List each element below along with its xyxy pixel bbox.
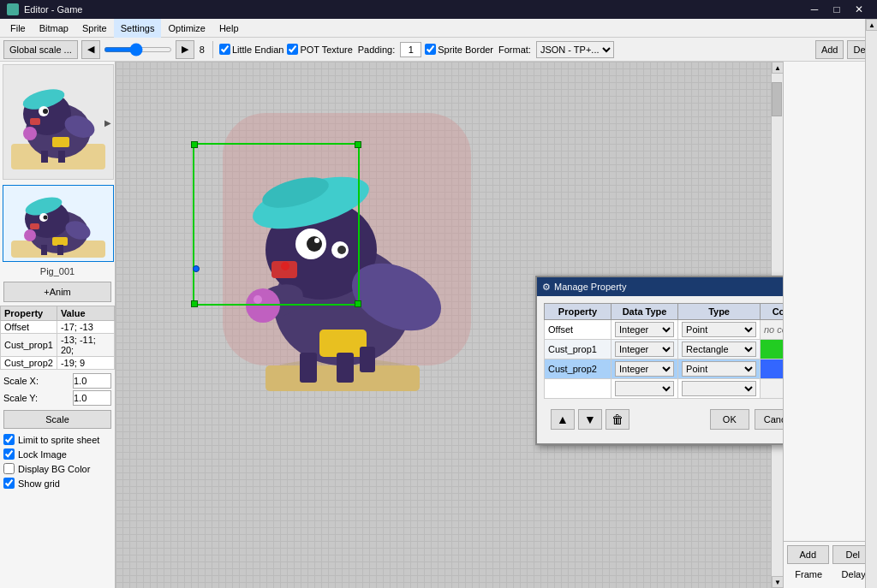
sprite-preview-bottom[interactable]	[3, 185, 114, 262]
dialog-row-empty[interactable]	[545, 379, 784, 399]
maximize-button[interactable]: □	[826, 0, 848, 19]
padding-label: Padding:	[356, 45, 397, 55]
limit-sprite-sheet-check[interactable]: Limit to sprite sheet	[0, 432, 115, 447]
show-grid-checkbox[interactable]	[3, 478, 15, 489]
canvas-area[interactable]: ▲ ▼ ⚙ Manage Property ✕	[116, 62, 783, 588]
menu-sprite[interactable]: Sprite	[75, 19, 114, 38]
dialog-dtype-cust1-select[interactable]: Integer	[615, 342, 674, 357]
frame-label: Frame	[795, 569, 822, 579]
sprite-preview-top[interactable]: ▶	[3, 64, 114, 180]
dialog-type-offset-select[interactable]: Point	[682, 322, 756, 337]
dialog-type-offset[interactable]: Point	[678, 320, 761, 340]
dialog-dtype-empty[interactable]	[611, 379, 677, 399]
app-title: Editor - Game	[24, 4, 82, 15]
dialog-type-cust1-select[interactable]: Rectangle	[682, 342, 756, 357]
sprite-name: Pig_001	[0, 264, 115, 278]
dialog-ok-button[interactable]: OK	[710, 409, 749, 430]
prop-row-cust2[interactable]: Cust_prop2 -19; 9	[1, 357, 115, 370]
close-button[interactable]: ✕	[848, 0, 870, 19]
right-add-button[interactable]: Add	[787, 545, 829, 564]
scale-button[interactable]: Scale	[3, 410, 111, 429]
anim-button[interactable]: +Anim	[3, 282, 111, 302]
menu-optimize[interactable]: Optimize	[161, 19, 212, 38]
little-endian-checkbox[interactable]	[219, 44, 230, 55]
preview-arrow-top: ▶	[104, 117, 111, 127]
dialog-row-cust2[interactable]: Cust_prop2 Integer Point	[545, 359, 784, 379]
dialog-color-offset[interactable]: no color	[761, 320, 784, 340]
dialog-dtype-offset-select[interactable]: Integer	[615, 322, 674, 337]
dialog-dtype-offset[interactable]: Integer	[611, 320, 677, 340]
prop-row-offset[interactable]: Offset -17; -13	[1, 321, 115, 334]
dialog-type-cust2[interactable]: Point	[678, 359, 761, 379]
right-panel-bottom-area	[784, 581, 877, 588]
dialog-table-header: Property Data Type Type Color	[545, 304, 784, 320]
menu-bitmap[interactable]: Bitmap	[33, 19, 75, 38]
little-endian-check[interactable]: Little Endian	[219, 44, 284, 55]
pot-texture-check[interactable]: POT Texture	[287, 44, 352, 55]
pot-texture-checkbox[interactable]	[287, 44, 298, 55]
toolbar-forward-arrow[interactable]: ▶	[176, 40, 194, 59]
dialog-delete-button[interactable]: 🗑	[606, 409, 629, 430]
limit-sprite-sheet-checkbox[interactable]	[3, 434, 15, 445]
format-select[interactable]: JSON - TP+...	[536, 41, 614, 58]
svg-rect-6	[30, 118, 40, 125]
zoom-value: 8	[198, 45, 206, 55]
svg-point-5	[43, 109, 48, 114]
dialog-down-button[interactable]: ▼	[578, 409, 602, 430]
zoom-slider[interactable]	[104, 47, 172, 52]
dialog-row-offset[interactable]: Offset Integer Point	[545, 320, 784, 340]
display-bg-label: Display BG Color	[18, 464, 90, 474]
dialog-dtype-empty-select[interactable]	[615, 381, 674, 396]
scale-y-input[interactable]: 1.0	[73, 390, 111, 406]
dialog-dtype-cust1[interactable]: Integer	[611, 340, 677, 359]
toolbar-back-arrow[interactable]: ◀	[81, 40, 100, 59]
dialog-row-cust1[interactable]: Cust_prop1 Integer Rectangle	[545, 340, 784, 359]
right-panel-top-area	[784, 62, 877, 542]
global-scale-button[interactable]: Global scale ...	[3, 40, 78, 59]
lock-image-checkbox[interactable]	[3, 448, 15, 460]
toolbar-add-button[interactable]: Add	[815, 40, 844, 59]
dialog-color-empty[interactable]	[761, 379, 784, 399]
menu-help[interactable]: Help	[212, 19, 246, 38]
svg-rect-9	[58, 151, 65, 163]
sprite-border-check[interactable]: Sprite Border	[425, 44, 493, 55]
dialog-dtype-cust2[interactable]: Integer	[611, 359, 677, 379]
display-bg-check[interactable]: Display BG Color	[0, 461, 115, 476]
manage-property-dialog: ⚙ Manage Property ✕ Property Data Type T…	[535, 276, 783, 445]
right-panel-top-buttons: Add Del	[784, 542, 877, 567]
scale-x-row: Scale X: 1.0	[3, 373, 111, 389]
display-bg-checkbox[interactable]	[3, 463, 15, 474]
dialog-type-cust2-select[interactable]: Point	[682, 361, 756, 377]
menu-settings[interactable]: Settings	[114, 19, 162, 38]
dialog-col-type: Type	[678, 304, 761, 320]
limit-sprite-sheet-label: Limit to sprite sheet	[18, 435, 99, 445]
dialog-cancel-button[interactable]: Cancel	[755, 409, 783, 430]
right-scroll-track[interactable]	[866, 31, 877, 588]
dialog-up-button[interactable]: ▲	[551, 409, 575, 430]
menu-bar: File Bitmap Sprite Settings Optimize Hel…	[0, 19, 877, 38]
dialog-type-cust1[interactable]: Rectangle	[678, 340, 761, 359]
svg-rect-8	[41, 151, 48, 163]
title-bar: Editor - Game ─ □ ✕	[0, 0, 877, 19]
scale-x-input[interactable]: 1.0	[73, 373, 111, 389]
dialog-type-empty-select[interactable]	[682, 381, 756, 396]
dialog-prop-offset: Offset	[545, 320, 612, 340]
dialog-type-empty[interactable]	[678, 379, 761, 399]
menu-file[interactable]: File	[3, 19, 33, 38]
dialog-prop-cust2: Cust_prop2	[545, 359, 612, 379]
lock-image-check[interactable]: Lock Image	[0, 447, 115, 461]
padding-input[interactable]	[400, 42, 421, 57]
main-layout: ▶ Pig_001 +Anim	[0, 62, 877, 588]
show-grid-check[interactable]: Show grid	[0, 476, 115, 490]
dialog-col-datatype: Data Type	[611, 304, 677, 320]
frame-delay-row: Frame Delay	[784, 567, 877, 581]
scale-x-label: Scale X:	[3, 376, 39, 386]
right-scroll-up[interactable]: ▲	[866, 19, 877, 31]
dialog-content: Property Data Type Type Color Offset	[537, 296, 783, 443]
dialog-color-cust1[interactable]	[761, 340, 784, 359]
minimize-button[interactable]: ─	[803, 0, 826, 19]
sprite-border-checkbox[interactable]	[425, 44, 436, 55]
dialog-dtype-cust2-select[interactable]: Integer	[615, 361, 674, 377]
prop-row-cust1[interactable]: Cust_prop1 -13; -11; 20;	[1, 334, 115, 357]
dialog-color-cust2[interactable]	[761, 359, 784, 379]
